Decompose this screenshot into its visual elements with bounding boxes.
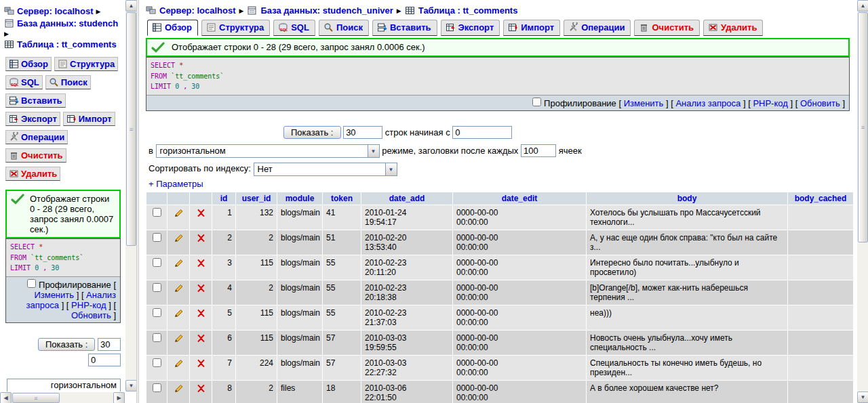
row-checkbox[interactable] [153,208,161,217]
scroll-up-button[interactable]: ▲ [125,0,136,12]
scroll-down-button[interactable]: ▼ [857,391,868,403]
column-header-date_add[interactable]: date_add [361,192,452,205]
row-checkbox[interactable] [153,233,161,242]
tab-sql[interactable]: SQLSQL [5,75,43,89]
pencil-icon[interactable] [174,358,184,368]
sidebar-start-input[interactable] [88,354,121,366]
tab-browse[interactable]: Обзор [5,57,52,71]
column-header-body[interactable]: body [587,192,787,205]
pencil-icon[interactable] [174,308,184,318]
scroll-down-button[interactable]: ▼ [125,380,136,391]
delete-icon[interactable] [196,333,206,343]
tab-browse[interactable]: Обзор [147,20,198,36]
tab-structure[interactable]: Структура [54,57,118,71]
table-icon [4,39,14,49]
column-header-date_edit[interactable]: date_edit [453,192,586,205]
tab-sql[interactable]: SQLSQL [273,20,315,36]
profiling-link[interactable]: PHP-код [71,300,106,310]
column-header-module[interactable]: module [277,192,322,205]
tab-structure[interactable]: Структура [201,20,270,36]
display-mode-select[interactable]: горизонтальном ▼ [156,144,380,158]
tab-export[interactable]: Экспорт [441,20,500,36]
breadcrumb-link[interactable]: Таблица : tt_comments [418,5,518,16]
profiling-link[interactable]: PHP-код [753,98,787,108]
tab-search[interactable]: Поиск [319,20,369,36]
cell-token: 51 [323,230,361,255]
cell-date-edit: 0000-00-00 00:00:00 [453,331,586,355]
breadcrumb-link[interactable]: Сервер: localhost [159,5,236,16]
scroll-up-button[interactable]: ▲ [857,0,868,12]
tab-insert[interactable]: Вставить [372,20,437,36]
tab-import[interactable]: Импорт [503,20,560,36]
tab-empty[interactable]: Очистить [634,20,700,36]
delete-icon[interactable] [196,358,206,368]
search-icon [49,77,59,87]
tab-empty[interactable]: Очистить [5,148,66,163]
sidebar-display-mode-select[interactable]: горизонтальном [7,379,121,392]
delete-icon[interactable] [196,308,206,318]
profiling-link[interactable]: Обновить [800,98,840,108]
breadcrumb-link[interactable]: База данных: studench_univer [260,5,393,16]
parameters-link[interactable]: + Параметры [149,179,203,189]
rows-count-input[interactable] [343,126,382,139]
profiling-link[interactable]: Анализ запроса [675,98,741,108]
sidebar-rows-input[interactable] [98,338,121,351]
row-checkbox[interactable] [153,283,161,292]
scrollbar-thumb[interactable]: ≡ [126,12,136,246]
delete-icon[interactable] [196,258,206,268]
sort-index-select[interactable]: Нет ▼ [254,163,397,176]
sidebar-database-item[interactable]: База данных: studench [4,18,122,28]
delete-icon[interactable] [196,283,206,293]
scrollbar-thumb[interactable]: ≡ [858,12,868,242]
row-checkbox[interactable] [153,383,161,392]
pencil-icon[interactable] [174,208,184,218]
profiling-link[interactable]: Обновить [71,310,111,320]
scroll-left-button[interactable]: ◀ [0,392,12,403]
pencil-icon[interactable] [174,283,184,293]
tab-drop[interactable]: Удалить [5,167,60,181]
profiling-checkbox[interactable] [532,98,541,106]
tab-search[interactable]: Поиск [45,75,91,89]
profiling-checkbox[interactable] [27,279,36,288]
column-header-id[interactable]: id [212,192,235,205]
show-button[interactable]: Показать : [283,126,341,139]
start-row-input[interactable] [452,126,512,139]
cell-token: 55 [323,255,361,280]
in-label: в [149,146,153,156]
tab-insert[interactable]: Вставить [5,93,66,108]
tab-export[interactable]: Экспорт [5,112,60,126]
delete-icon[interactable] [196,208,206,218]
row-select-cell [146,331,167,355]
row-checkbox[interactable] [153,333,161,342]
sidebar-server-item[interactable]: Сервер: localhost ▶ [4,6,122,16]
main-vertical-scrollbar[interactable]: ▲ ≡ ▼ [856,0,868,403]
pencil-icon[interactable] [174,383,184,394]
sidebar-horizontal-scrollbar[interactable]: ◀ ≡ ▶ [0,391,125,403]
row-checkbox[interactable] [153,358,161,367]
delete-icon[interactable] [196,383,206,394]
column-header-body_cached[interactable]: body_cached [788,192,853,205]
pencil-icon[interactable] [174,258,184,268]
delete-icon[interactable] [196,233,206,243]
scroll-right-button[interactable]: ▶ [113,392,125,403]
row-delete-cell [190,280,212,305]
tab-operations[interactable]: Операции [5,130,68,144]
column-header-token[interactable]: token [323,192,361,205]
sidebar-show-button[interactable]: Показать : [38,338,96,351]
row-checkbox[interactable] [153,258,161,267]
header-repeat-input[interactable] [521,144,556,157]
sidebar-vertical-scrollbar[interactable]: ▲ ≡ ▼ [125,0,136,391]
tab-operations[interactable]: Операции [564,20,631,36]
cell-date-edit: 0000-00-00 00:00:00 [453,205,586,230]
profiling-link[interactable]: Изменить [34,290,74,300]
row-checkbox[interactable] [153,308,161,317]
tab-drop[interactable]: Удалить [703,20,763,36]
column-header-user_id[interactable]: user_id [236,192,277,205]
pencil-icon[interactable] [174,333,184,343]
scrollbar-thumb[interactable]: ≡ [12,393,60,403]
profiling-link[interactable]: Изменить [624,98,664,108]
cell-user-id: 2 [236,230,277,255]
tab-import[interactable]: Импорт [63,112,115,126]
sidebar-table-item[interactable]: Таблица : tt_comments [4,39,122,49]
pencil-icon[interactable] [174,233,184,243]
